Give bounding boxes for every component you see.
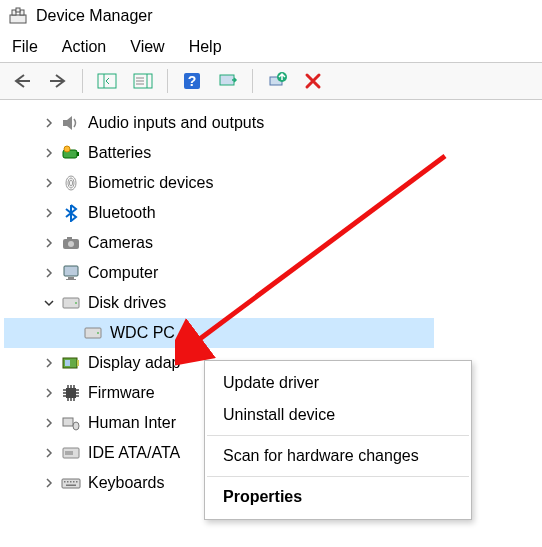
- tree-node-bluetooth[interactable]: Bluetooth: [4, 198, 542, 228]
- context-menu-properties[interactable]: Properties: [205, 481, 471, 513]
- svg-rect-36: [77, 360, 79, 366]
- display-adapter-icon: [58, 352, 84, 374]
- tree-label: WDC PC: [110, 324, 175, 342]
- disk-drive-icon: [80, 322, 106, 344]
- toolbar-separator: [82, 69, 83, 93]
- chevron-right-icon[interactable]: [40, 414, 58, 432]
- svg-rect-27: [64, 266, 78, 276]
- svg-rect-28: [68, 277, 74, 279]
- chevron-down-icon[interactable]: [40, 294, 58, 312]
- menu-file[interactable]: File: [12, 38, 38, 56]
- svg-rect-59: [76, 481, 78, 483]
- context-menu: Update driver Uninstall device Scan for …: [204, 360, 472, 520]
- speaker-icon: [58, 112, 84, 134]
- svg-rect-35: [65, 360, 70, 366]
- chevron-right-icon[interactable]: [40, 144, 58, 162]
- svg-rect-58: [73, 481, 75, 483]
- tree-label: IDE ATA/ATA: [88, 444, 180, 462]
- chevron-right-icon[interactable]: [40, 384, 58, 402]
- svg-rect-3: [16, 8, 20, 12]
- ide-controller-icon: [58, 442, 84, 464]
- uninstall-device-button[interactable]: [297, 67, 329, 95]
- svg-rect-53: [65, 451, 73, 455]
- tree-label: Batteries: [88, 144, 151, 162]
- svg-rect-0: [10, 15, 26, 23]
- tree-node-audio[interactable]: Audio inputs and outputs: [4, 108, 542, 138]
- tree-node-biometric[interactable]: Biometric devices: [4, 168, 542, 198]
- chevron-right-icon[interactable]: [40, 234, 58, 252]
- svg-rect-15: [220, 75, 234, 85]
- chevron-right-icon[interactable]: [40, 204, 58, 222]
- toolbar: ?: [0, 62, 542, 100]
- computer-icon: [58, 262, 84, 284]
- chevron-right-icon[interactable]: [40, 264, 58, 282]
- tree-label: Keyboards: [88, 474, 165, 492]
- chevron-right-icon[interactable]: [40, 474, 58, 492]
- svg-rect-26: [67, 237, 72, 240]
- svg-point-23: [70, 180, 73, 186]
- context-menu-scan[interactable]: Scan for hardware changes: [205, 440, 471, 472]
- chevron-right-icon[interactable]: [40, 174, 58, 192]
- svg-rect-6: [98, 74, 116, 88]
- fingerprint-icon: [58, 172, 84, 194]
- back-button[interactable]: [6, 67, 38, 95]
- toolbar-separator: [167, 69, 168, 93]
- context-menu-uninstall[interactable]: Uninstall device: [205, 399, 471, 431]
- svg-rect-57: [70, 481, 72, 483]
- titlebar: Device Manager: [0, 0, 542, 32]
- tree-node-disk-drives[interactable]: Disk drives: [4, 288, 542, 318]
- chevron-right-icon[interactable]: [40, 114, 58, 132]
- context-menu-separator: [207, 476, 469, 477]
- menu-help[interactable]: Help: [189, 38, 222, 56]
- tree-label: Display adap: [88, 354, 181, 372]
- context-menu-update-driver[interactable]: Update driver: [205, 367, 471, 399]
- hid-icon: [58, 412, 84, 434]
- tree-label: Computer: [88, 264, 158, 282]
- help-button[interactable]: ?: [176, 67, 208, 95]
- svg-rect-37: [66, 388, 76, 398]
- svg-rect-56: [67, 481, 69, 483]
- svg-point-31: [75, 302, 77, 304]
- keyboard-icon: [58, 472, 84, 494]
- svg-rect-55: [64, 481, 66, 483]
- chevron-right-icon[interactable]: [40, 444, 58, 462]
- show-hide-tree-button[interactable]: [91, 67, 123, 95]
- svg-text:?: ?: [188, 73, 197, 89]
- tree-node-batteries[interactable]: Batteries: [4, 138, 542, 168]
- menu-action[interactable]: Action: [62, 38, 106, 56]
- menu-view[interactable]: View: [130, 38, 164, 56]
- svg-point-20: [64, 146, 70, 152]
- tree-label: Disk drives: [88, 294, 166, 312]
- chevron-right-icon[interactable]: [40, 354, 58, 372]
- chip-icon: [58, 382, 84, 404]
- svg-point-51: [73, 422, 79, 430]
- tree-label: Audio inputs and outputs: [88, 114, 264, 132]
- tree-label: Firmware: [88, 384, 155, 402]
- svg-rect-19: [77, 152, 79, 156]
- svg-point-33: [97, 332, 99, 334]
- tree-label: Bluetooth: [88, 204, 156, 222]
- scan-hardware-button[interactable]: [212, 67, 244, 95]
- tree-label: Biometric devices: [88, 174, 213, 192]
- svg-rect-1: [12, 10, 16, 15]
- battery-icon: [58, 142, 84, 164]
- update-driver-button[interactable]: [261, 67, 293, 95]
- svg-rect-2: [20, 10, 24, 15]
- tree-label: Human Inter: [88, 414, 176, 432]
- svg-point-25: [68, 241, 74, 247]
- svg-rect-29: [66, 279, 76, 280]
- tree-node-cameras[interactable]: Cameras: [4, 228, 542, 258]
- forward-button[interactable]: [42, 67, 74, 95]
- menubar: File Action View Help: [0, 32, 542, 62]
- tree-node-wdc-disk[interactable]: WDC PC: [4, 318, 434, 348]
- tree-node-computer[interactable]: Computer: [4, 258, 542, 288]
- device-manager-icon: [8, 6, 28, 26]
- disk-drive-icon: [58, 292, 84, 314]
- tree-label: Cameras: [88, 234, 153, 252]
- properties-button[interactable]: [127, 67, 159, 95]
- svg-rect-54: [62, 479, 80, 488]
- bluetooth-icon: [58, 202, 84, 224]
- svg-rect-50: [63, 418, 73, 426]
- camera-icon: [58, 232, 84, 254]
- svg-rect-60: [66, 485, 76, 487]
